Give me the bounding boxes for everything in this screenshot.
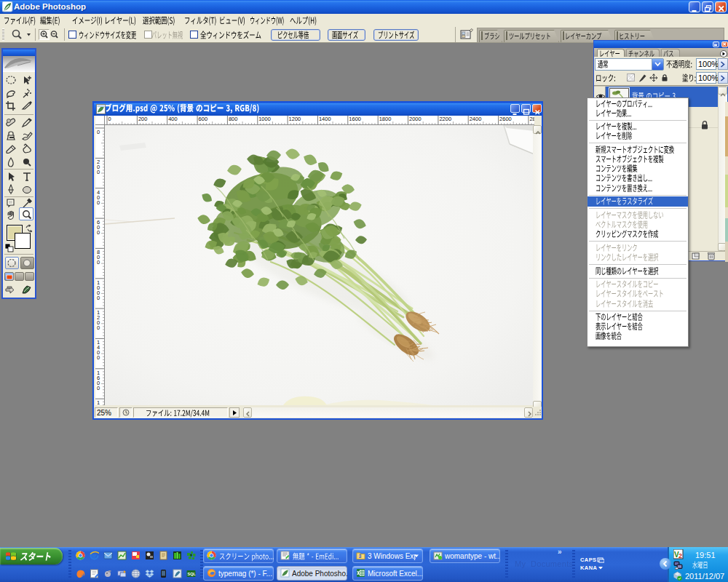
svg-text:0: 0 xyxy=(97,199,100,206)
svg-text:1800: 1800 xyxy=(379,116,392,122)
svg-text:2000: 2000 xyxy=(409,116,422,122)
svg-text:0: 0 xyxy=(97,295,100,301)
svg-text:1400: 1400 xyxy=(319,116,331,122)
svg-text:1000: 1000 xyxy=(258,116,271,122)
svg-text:2600: 2600 xyxy=(499,116,512,122)
svg-text:2400: 2400 xyxy=(470,116,482,122)
svg-text:1600: 1600 xyxy=(349,116,361,122)
svg-text:2200: 2200 xyxy=(439,116,451,122)
svg-text:400: 400 xyxy=(168,116,178,122)
svg-text:0: 0 xyxy=(97,259,100,266)
svg-text:1200: 1200 xyxy=(289,116,301,122)
svg-text:200: 200 xyxy=(138,116,148,122)
svg-text:0: 0 xyxy=(97,324,100,331)
svg-text:2800: 2800 xyxy=(529,116,534,122)
svg-text:8: 8 xyxy=(97,404,100,405)
svg-text:0: 0 xyxy=(97,229,100,236)
svg-text:3: 3 xyxy=(359,554,362,559)
svg-text:600: 600 xyxy=(199,116,208,122)
svg-text:2: 2 xyxy=(678,552,682,559)
svg-text:0: 0 xyxy=(97,354,100,361)
svg-text:0: 0 xyxy=(97,129,100,135)
svg-text:0: 0 xyxy=(97,385,100,391)
svg-text:800: 800 xyxy=(229,116,238,122)
svg-text:0: 0 xyxy=(108,116,111,122)
svg-text:0: 0 xyxy=(97,169,100,175)
svg-text:SQL: SQL xyxy=(188,572,197,576)
